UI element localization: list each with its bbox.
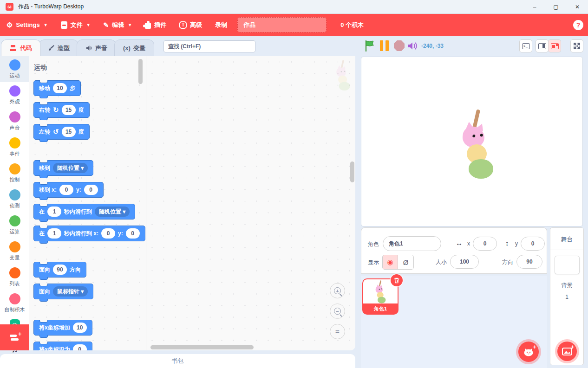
add-backdrop-button[interactable]: + bbox=[557, 342, 577, 361]
stage-selector[interactable]: 舞台 背景 1 + bbox=[550, 227, 584, 365]
project-name-input[interactable] bbox=[237, 17, 327, 32]
block-text: 面向 bbox=[39, 266, 50, 274]
puzzle-icon bbox=[145, 23, 151, 29]
stage-panel: -240, -33 >_ 角色 ↔ x ↕ y bbox=[358, 36, 588, 368]
palette-block[interactable]: 移动10步 bbox=[33, 80, 81, 96]
stage-controls: -240, -33 >_ bbox=[358, 36, 588, 56]
stage[interactable] bbox=[361, 57, 583, 226]
small-stage-icon bbox=[538, 43, 546, 49]
add-extension-button[interactable]: + bbox=[0, 324, 29, 350]
block-dropdown[interactable]: 鼠标指针 ▾ bbox=[53, 286, 88, 297]
palette-block[interactable]: 移到随机位置 ▾ bbox=[33, 160, 93, 176]
delete-sprite-button[interactable] bbox=[391, 274, 403, 286]
menu-record[interactable]: 录制 bbox=[209, 14, 234, 36]
help-button[interactable]: ? bbox=[573, 20, 583, 30]
add-sprite-button[interactable]: + bbox=[518, 342, 539, 362]
canvas-vertical-scrollbar[interactable] bbox=[350, 161, 354, 182]
block-palette: 运动 移动10步右转↻15度左转↺15度移到随机位置 ▾移到 x:0y:0在1秒… bbox=[29, 56, 146, 350]
category-item[interactable]: 事件 bbox=[0, 134, 29, 160]
stop-button[interactable] bbox=[394, 40, 405, 51]
sprite-direction-input[interactable] bbox=[516, 255, 542, 269]
zoom-out-button[interactable]: − bbox=[330, 303, 345, 319]
block-text: 右转 bbox=[39, 106, 50, 114]
large-stage-button[interactable] bbox=[548, 39, 561, 52]
sprite-card[interactable]: 角色1 bbox=[362, 278, 399, 315]
block-number-input[interactable]: 15 bbox=[62, 105, 76, 115]
hide-sprite-button[interactable]: Ø bbox=[398, 255, 413, 269]
category-item[interactable]: 侦测 bbox=[0, 186, 29, 212]
tab-code[interactable]: 代码 bbox=[1, 39, 41, 56]
tab-costumes[interactable]: 造型 bbox=[39, 39, 78, 56]
tab-variables[interactable]: (x) 变量 bbox=[114, 39, 154, 56]
tab-sounds[interactable]: 声音 bbox=[77, 39, 116, 56]
menu-edit-label: 编辑 bbox=[112, 21, 124, 29]
direction-label: 方向 bbox=[502, 258, 513, 266]
sound-muted-icon[interactable] bbox=[408, 41, 419, 51]
sprite-name-input[interactable] bbox=[383, 236, 441, 251]
palette-block[interactable]: 面向鼠标指针 ▾ bbox=[33, 284, 93, 299]
block-text: 方向 bbox=[70, 266, 81, 274]
maximize-button[interactable]: ▢ bbox=[545, 0, 567, 13]
visibility-toggle: ◉ Ø bbox=[382, 255, 414, 270]
category-item[interactable]: 运动 bbox=[0, 56, 29, 82]
show-sprite-button[interactable]: ◉ bbox=[383, 255, 398, 269]
minimize-button[interactable]: – bbox=[524, 0, 545, 13]
terminal-button[interactable]: >_ bbox=[519, 39, 532, 52]
palette-block[interactable]: 右转↻15度 bbox=[33, 102, 90, 118]
search-input[interactable] bbox=[163, 40, 255, 52]
block-number-input[interactable]: 90 bbox=[53, 265, 67, 275]
backpack-bar[interactable]: 书包 bbox=[0, 354, 355, 368]
block-number-input[interactable]: 10 bbox=[53, 83, 67, 93]
menu-addons[interactable]: 插件 bbox=[138, 14, 173, 36]
palette-block[interactable]: 在1秒内滑行到随机位置 ▾ bbox=[33, 204, 135, 220]
block-number-input[interactable]: 0 bbox=[59, 185, 73, 195]
backdrop-thumbnail[interactable] bbox=[555, 256, 580, 274]
category-item[interactable]: 控制 bbox=[0, 160, 29, 186]
palette-block[interactable]: 面向90方向 bbox=[33, 262, 86, 278]
category-item[interactable]: 列表 bbox=[0, 264, 29, 290]
palette-block[interactable]: 在1秒内滑行到 x:0y:0 bbox=[33, 226, 145, 241]
sprite-y-input[interactable] bbox=[521, 237, 545, 251]
palette-block[interactable]: 将x坐标增加10 bbox=[33, 320, 92, 336]
pause-button[interactable] bbox=[380, 40, 389, 51]
fullscreen-button[interactable] bbox=[570, 39, 583, 52]
sprite-dango[interactable] bbox=[456, 109, 495, 179]
block-dropdown[interactable]: 随机位置 ▾ bbox=[53, 163, 88, 173]
block-number-input[interactable]: 0 bbox=[84, 185, 98, 195]
block-dropdown[interactable]: 随机位置 ▾ bbox=[95, 207, 130, 217]
sprite-x-input[interactable] bbox=[473, 237, 497, 251]
small-stage-button[interactable] bbox=[536, 39, 549, 52]
menu-file[interactable]: 文件 ▼ bbox=[54, 14, 97, 36]
close-button[interactable]: ✕ bbox=[567, 0, 588, 13]
block-number-input[interactable]: 1 bbox=[47, 207, 61, 217]
category-item[interactable]: 自制积木 bbox=[0, 290, 29, 316]
block-number-input[interactable]: 15 bbox=[62, 127, 76, 137]
tab-bar: 代码 造型 声音 (x) 变量 bbox=[1, 39, 152, 56]
canvas-horizontal-scrollbar[interactable] bbox=[150, 345, 254, 349]
block-number-input[interactable]: 0 bbox=[101, 228, 115, 239]
menu-edit[interactable]: ✎ 编辑 ▼ bbox=[97, 14, 139, 36]
green-flag-button[interactable] bbox=[364, 40, 376, 52]
palette-block[interactable]: 将x坐标设为0 bbox=[33, 342, 92, 350]
category-item[interactable]: 运算 bbox=[0, 212, 29, 238]
category-item[interactable]: 声音 bbox=[0, 108, 29, 134]
zoom-reset-button[interactable]: = bbox=[330, 324, 345, 339]
x-label: x bbox=[467, 240, 470, 247]
code-canvas[interactable]: + − = bbox=[146, 56, 355, 350]
sprite-size-input[interactable] bbox=[450, 255, 479, 269]
zoom-in-button[interactable]: + bbox=[330, 283, 345, 298]
category-label: 外观 bbox=[10, 98, 20, 105]
block-number-input[interactable]: 1 bbox=[47, 228, 61, 239]
category-item[interactable]: 外观 bbox=[0, 82, 29, 108]
menu-settings[interactable]: ⚙ Settings ▼ bbox=[0, 14, 54, 36]
block-number-input[interactable]: 10 bbox=[73, 323, 87, 333]
palette-block[interactable]: 左转↺15度 bbox=[33, 124, 90, 140]
menu-advanced[interactable]: T 高级 bbox=[173, 14, 209, 36]
block-number-input[interactable]: 0 bbox=[126, 228, 140, 239]
menu-settings-label: Settings bbox=[16, 21, 39, 28]
category-item[interactable]: 变量 bbox=[0, 238, 29, 264]
block-number-input[interactable]: 0 bbox=[73, 344, 87, 350]
palette-scrollbar[interactable] bbox=[138, 59, 143, 84]
category-color-icon bbox=[9, 215, 20, 226]
palette-block[interactable]: 移到 x:0y:0 bbox=[33, 182, 104, 198]
